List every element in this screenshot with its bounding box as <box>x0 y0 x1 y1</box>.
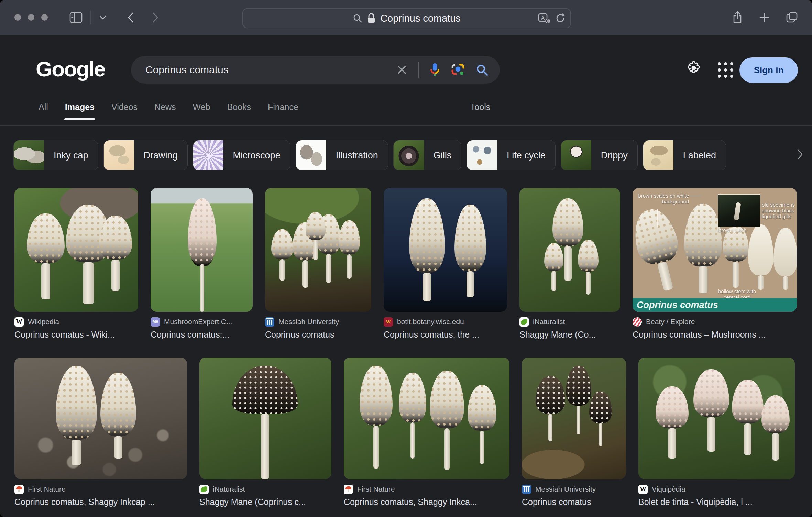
google-logo[interactable]: Google <box>36 57 105 81</box>
chip-illustration[interactable]: Illustration <box>296 140 388 170</box>
result-image[interactable] <box>344 358 509 479</box>
window-controls <box>14 14 48 21</box>
sidebar-chevron-down-icon[interactable] <box>99 15 107 20</box>
result-title[interactable]: Bolet de tinta - Viquipèdia, l ... <box>638 497 795 507</box>
search-input[interactable]: Coprinus comatus <box>145 64 397 76</box>
source-link[interactable]: iNaturalist <box>199 484 331 494</box>
result-image[interactable] <box>384 188 507 312</box>
google-apps-icon[interactable] <box>718 62 733 78</box>
source-link[interactable]: Beaty / Explore <box>633 317 797 327</box>
result-title[interactable]: Coprinus comatus <box>522 497 626 507</box>
result-item: First Nature Coprinus comatus, Shaggy In… <box>344 358 509 507</box>
search-icon <box>353 13 362 23</box>
chip-labeled[interactable]: Labeled <box>643 140 726 170</box>
tab-news[interactable]: News <box>154 102 176 120</box>
result-title[interactable]: Coprinus comatus, Shaggy Inkca... <box>344 497 509 507</box>
labeled-diagram-image[interactable]: brown scales on white background old spe… <box>633 188 797 312</box>
botit-favicon: W <box>384 317 393 327</box>
voice-search-icon[interactable] <box>430 63 440 77</box>
result-title[interactable]: Coprinus comatus, Shaggy Inkcap ... <box>14 497 187 507</box>
tab-finance[interactable]: Finance <box>268 102 298 120</box>
result-image[interactable] <box>265 188 371 312</box>
chip-drippy[interactable]: Drippy <box>561 140 638 170</box>
result-title[interactable]: Shaggy Mane (Coprinus c... <box>199 497 331 507</box>
result-image[interactable] <box>199 358 331 479</box>
results-row-2: First Nature Coprinus comatus, Shaggy In… <box>0 358 812 507</box>
back-button[interactable] <box>127 12 134 23</box>
result-image[interactable] <box>519 188 620 312</box>
zoom-window-button[interactable] <box>41 14 48 21</box>
clear-search-icon[interactable] <box>397 65 407 75</box>
source-link[interactable]: Messiah University <box>265 317 371 327</box>
search-submit-icon[interactable] <box>476 64 488 76</box>
source-link[interactable]: WWikipedia <box>14 317 138 327</box>
tab-all[interactable]: All <box>39 102 48 120</box>
first-nature-favicon <box>14 485 24 494</box>
tools-button[interactable]: Tools <box>470 102 490 112</box>
chip-thumbnail <box>104 140 134 170</box>
annotation-old-specimens: old specimens showing black liquefied gi… <box>762 202 795 219</box>
result-title[interactable]: Coprinus comatus, the ... <box>384 330 507 340</box>
source-link[interactable]: iNaturalist <box>519 317 620 327</box>
result-title[interactable]: Coprinus comatus - Wiki... <box>14 330 138 340</box>
tab-books[interactable]: Books <box>227 102 251 120</box>
minimize-window-button[interactable] <box>28 14 34 21</box>
sidebar-toggle-button[interactable] <box>69 12 83 23</box>
share-button[interactable] <box>732 11 743 24</box>
source-link[interactable]: MEMushroomExpert.C... <box>151 317 253 327</box>
address-bar[interactable]: Coprinus comatus A <box>242 8 571 28</box>
result-image[interactable] <box>14 188 138 312</box>
browser-toolbar: Coprinus comatus A <box>0 0 812 35</box>
result-image[interactable] <box>522 358 626 479</box>
tab-web[interactable]: Web <box>193 102 210 120</box>
chip-gills[interactable]: Gills <box>393 140 462 170</box>
new-tab-button[interactable] <box>759 12 769 23</box>
annotation-brown-scales: brown scales on white background <box>637 193 689 205</box>
messiah-favicon <box>265 317 274 327</box>
result-title[interactable]: Shaggy Mane (Co... <box>519 330 620 340</box>
result-item: Messiah University Coprinus comatus <box>522 358 626 507</box>
google-lens-icon[interactable] <box>451 63 465 77</box>
chip-microscope[interactable]: Microscope <box>193 140 290 170</box>
chip-thumbnail <box>561 140 591 170</box>
result-image[interactable] <box>14 358 187 479</box>
chip-thumbnail <box>14 140 44 170</box>
result-title[interactable]: Coprinus comatus – Mushrooms ... <box>633 330 797 340</box>
chip-drawing[interactable]: Drawing <box>103 140 188 170</box>
forward-button[interactable] <box>152 12 159 23</box>
source-link[interactable]: Messiah University <box>522 484 626 494</box>
annotation-line <box>657 209 658 227</box>
tab-overview-button[interactable] <box>786 12 798 23</box>
result-item: WWikipedia Coprinus comatus - Wiki... <box>14 188 138 340</box>
labeled-inset-photo <box>718 194 760 227</box>
search-box[interactable]: Coprinus comatus <box>131 56 500 84</box>
result-image[interactable] <box>638 358 795 479</box>
chip-thumbnail <box>643 140 673 170</box>
source-link[interactable]: WViquipèdia <box>638 484 795 494</box>
chip-life-cycle[interactable]: Life cycle <box>467 140 556 170</box>
source-link[interactable]: Wbotit.botany.wisc.edu <box>384 317 507 327</box>
chip-inky-cap[interactable]: Inky cap <box>13 140 98 170</box>
result-item: First Nature Coprinus comatus, Shaggy In… <box>14 358 187 507</box>
lock-icon <box>367 13 375 23</box>
reload-icon[interactable] <box>555 13 566 23</box>
chips-scroll-right-icon[interactable] <box>796 148 804 161</box>
translate-icon[interactable]: A <box>538 13 550 23</box>
inaturalist-favicon <box>519 317 529 327</box>
settings-gear-icon[interactable] <box>686 60 702 76</box>
tabs-divider <box>0 125 812 126</box>
mushroomexpert-favicon: ME <box>151 317 160 327</box>
source-link[interactable]: First Nature <box>14 484 187 494</box>
chip-thumbnail <box>467 140 497 170</box>
result-title[interactable]: Coprinus comatus:... <box>151 330 253 340</box>
chips-fade-overlay <box>760 138 812 172</box>
tab-images[interactable]: Images <box>65 102 95 120</box>
sign-in-button[interactable]: Sign in <box>739 57 798 83</box>
close-window-button[interactable] <box>14 14 21 21</box>
annotation-brown-patch: brown patch <box>718 227 747 233</box>
result-image[interactable] <box>151 188 253 312</box>
tab-videos[interactable]: Videos <box>111 102 138 120</box>
result-item: brown scales on white background old spe… <box>633 188 797 340</box>
result-title[interactable]: Coprinus comatus <box>265 330 371 340</box>
source-link[interactable]: First Nature <box>344 484 509 494</box>
